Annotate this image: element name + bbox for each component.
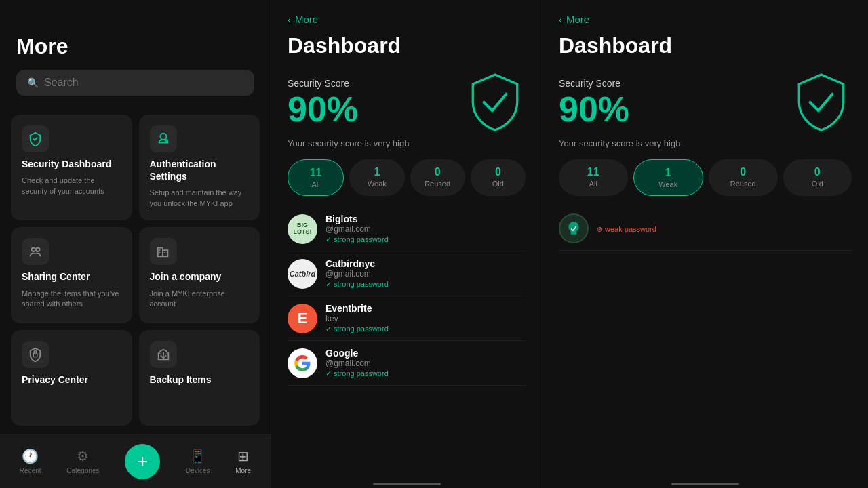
company-icon xyxy=(150,238,177,265)
grid-card-security-dashboard[interactable]: Security Dashboard Check and update the … xyxy=(11,115,132,220)
right-panel: ‹ More Dashboard Security Score 90% Your… xyxy=(542,0,868,488)
search-bar[interactable]: 🔍 xyxy=(16,70,254,96)
chevron-left-icon-right: ‹ xyxy=(559,14,562,25)
catbird-email: @gmail.com xyxy=(326,269,526,279)
tab-reused-num-middle: 0 xyxy=(435,166,441,178)
back-button-right[interactable]: ‹ More xyxy=(559,14,852,25)
grid-card-backup[interactable]: Backup Items xyxy=(139,330,260,426)
tab-old-label-middle: Old xyxy=(492,180,504,188)
chevron-left-icon: ‹ xyxy=(288,14,291,25)
tab-all-middle[interactable]: 11 All xyxy=(288,159,344,196)
tab-reused-label-middle: Reused xyxy=(425,180,450,188)
google-status: strong password xyxy=(326,369,526,378)
middle-panel: ‹ More Dashboard Security Score 90% Your… xyxy=(271,0,542,488)
nav-item-categories[interactable]: ⚙ Categories xyxy=(66,448,99,474)
more-label: More xyxy=(235,467,251,474)
bottom-bar-right xyxy=(559,474,852,488)
nav-item-add[interactable]: + xyxy=(125,444,160,479)
grid-card-authentication[interactable]: Authentication Settings Setup and mainta… xyxy=(139,115,260,220)
tab-weak-label-right: Weak xyxy=(658,180,677,188)
avatar-google xyxy=(288,348,317,378)
sharing-icon xyxy=(22,238,49,265)
home-indicator-middle xyxy=(373,483,441,485)
back-button-middle[interactable]: ‹ More xyxy=(288,14,526,25)
more-icon: ⊞ xyxy=(237,448,249,464)
pw-item-google[interactable]: Google @gmail.com strong password xyxy=(288,341,526,386)
password-list-right: ⊗ weak password xyxy=(559,207,852,474)
grid-card-company[interactable]: Join a company Join a MYKI enterprise ac… xyxy=(139,227,260,323)
score-value-middle: 90% xyxy=(288,92,358,127)
score-label-middle: Security Score xyxy=(288,78,358,89)
backup-icon xyxy=(150,341,177,368)
biglots-email: @gmail.com xyxy=(326,224,526,234)
company-desc: Join a MYKI enterprise account xyxy=(150,289,250,310)
tab-all-num-right: 11 xyxy=(587,166,599,178)
score-section-middle: Security Score 90% xyxy=(288,72,526,133)
tab-weak-num-middle: 1 xyxy=(374,166,380,178)
left-header: More 🔍 xyxy=(0,0,271,106)
pw-item-catbird[interactable]: Catbird Catbirdnyc @gmail.com strong pas… xyxy=(288,251,526,296)
category-tabs-right: 11 All 1 Weak 0 Reused 0 Old xyxy=(559,159,852,196)
authentication-title: Authentication Settings xyxy=(150,158,250,182)
tab-all-label-right: All xyxy=(589,180,597,188)
shield-icon-right xyxy=(791,72,852,133)
home-indicator-right xyxy=(671,483,739,485)
tab-all-label-middle: All xyxy=(312,180,320,188)
pw-item-biglots[interactable]: BIGLOTS! Biglots @gmail.com strong passw… xyxy=(288,207,526,251)
security-dashboard-title: Security Dashboard xyxy=(22,158,121,170)
svg-rect-8 xyxy=(163,252,165,253)
tab-reused-right[interactable]: 0 Reused xyxy=(709,159,778,196)
catbird-info: Catbirdnyc @gmail.com strong password xyxy=(326,258,526,289)
nav-item-more[interactable]: ⊞ More xyxy=(235,448,251,474)
tab-weak-middle[interactable]: 1 Weak xyxy=(349,159,404,196)
dashboard-title-middle: Dashboard xyxy=(288,33,526,58)
tab-old-num-right: 0 xyxy=(814,166,821,178)
tab-all-right[interactable]: 11 All xyxy=(559,159,628,196)
avatar-myki xyxy=(559,214,589,243)
tab-weak-right[interactable]: 1 Weak xyxy=(633,159,704,196)
svg-rect-7 xyxy=(159,252,160,253)
devices-label: Devices xyxy=(186,467,210,474)
tab-old-num-middle: 0 xyxy=(495,166,501,178)
score-section-right: Security Score 90% xyxy=(559,72,852,133)
tab-old-right[interactable]: 0 Old xyxy=(783,159,852,196)
pw-item-eventbrite[interactable]: E Eventbrite key strong password xyxy=(288,296,526,341)
catbird-name: Catbirdnyc xyxy=(326,258,526,269)
score-label-right: Security Score xyxy=(559,78,629,89)
myki-status: ⊗ weak password xyxy=(597,225,852,234)
pw-item-myki[interactable]: ⊗ weak password xyxy=(559,207,852,251)
eventbrite-letter: E xyxy=(298,310,308,327)
google-logo-icon xyxy=(294,354,311,372)
nav-item-recent[interactable]: 🕐 Recent xyxy=(20,448,41,474)
eventbrite-status: strong password xyxy=(326,325,526,333)
biglots-info: Biglots @gmail.com strong password xyxy=(326,214,526,244)
myki-logo-icon xyxy=(565,220,583,237)
biglots-logo-text: BIGLOTS! xyxy=(294,222,312,236)
score-subtitle-middle: Your security score is very high xyxy=(288,138,526,148)
categories-label: Categories xyxy=(66,467,99,474)
google-info: Google @gmail.com strong password xyxy=(326,348,526,378)
authentication-desc: Setup and maintain the way you unlock th… xyxy=(150,188,250,209)
tab-old-middle[interactable]: 0 Old xyxy=(471,159,526,196)
tab-reused-middle[interactable]: 0 Reused xyxy=(410,159,465,196)
grid-card-sharing[interactable]: Sharing Center Manage the items that you… xyxy=(11,227,132,323)
company-title: Join a company xyxy=(150,270,250,283)
dashboard-title-right: Dashboard xyxy=(559,33,852,58)
avatar-eventbrite: E xyxy=(288,304,317,333)
biglots-name: Biglots xyxy=(326,214,526,224)
svg-point-3 xyxy=(36,248,39,252)
search-input[interactable] xyxy=(44,77,243,89)
nav-item-devices[interactable]: 📱 Devices xyxy=(186,448,210,474)
privacy-icon xyxy=(22,341,49,368)
myki-info: ⊗ weak password xyxy=(597,224,852,234)
page-title: More xyxy=(16,34,254,59)
score-value-right: 90% xyxy=(559,92,629,127)
privacy-title: Privacy Center xyxy=(22,373,121,386)
grid-card-privacy[interactable]: Privacy Center xyxy=(11,330,132,426)
categories-icon: ⚙ xyxy=(77,448,89,464)
svg-point-0 xyxy=(160,134,166,140)
weak-text: weak password xyxy=(605,225,656,233)
back-label-middle: More xyxy=(295,14,318,25)
add-icon: + xyxy=(137,452,148,471)
bottom-bar-middle xyxy=(288,474,526,488)
